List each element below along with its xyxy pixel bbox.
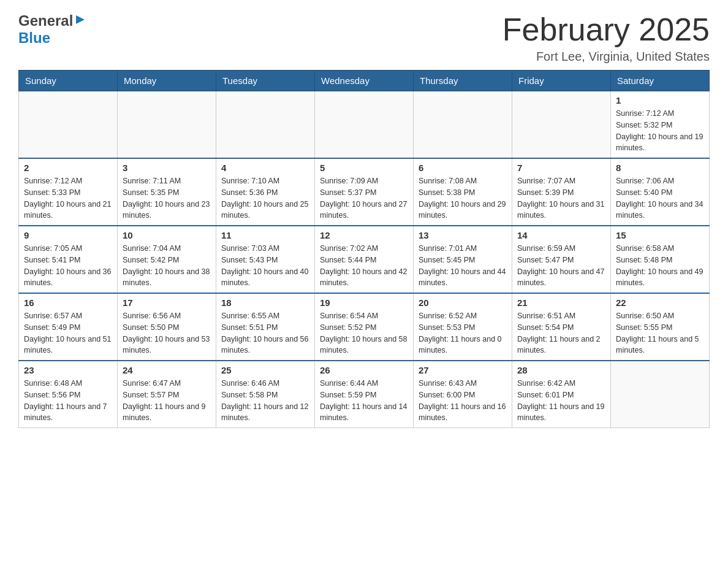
- logo: General Blue: [18, 12, 86, 47]
- day-number: 21: [517, 297, 605, 308]
- day-info: Sunrise: 6:51 AMSunset: 5:54 PMDaylight:…: [517, 310, 605, 356]
- header-monday: Monday: [118, 71, 216, 91]
- day-number: 28: [517, 365, 605, 375]
- calendar-week-row: 2Sunrise: 7:12 AMSunset: 5:33 PMDaylight…: [19, 158, 710, 226]
- day-number: 27: [419, 365, 507, 375]
- table-row: 23Sunrise: 6:48 AMSunset: 5:56 PMDayligh…: [19, 361, 118, 428]
- table-row: 5Sunrise: 7:09 AMSunset: 5:37 PMDaylight…: [315, 158, 414, 226]
- table-row: [414, 91, 512, 159]
- table-row: 6Sunrise: 7:08 AMSunset: 5:38 PMDaylight…: [414, 158, 512, 226]
- table-row: 24Sunrise: 6:47 AMSunset: 5:57 PMDayligh…: [118, 361, 216, 428]
- day-number: 2: [24, 163, 112, 173]
- day-number: 18: [221, 297, 309, 308]
- day-info: Sunrise: 6:52 AMSunset: 5:53 PMDaylight:…: [419, 310, 507, 356]
- day-number: 23: [24, 365, 112, 375]
- table-row: 9Sunrise: 7:05 AMSunset: 5:41 PMDaylight…: [19, 226, 118, 293]
- day-number: 15: [616, 230, 704, 240]
- day-info: Sunrise: 6:48 AMSunset: 5:56 PMDaylight:…: [24, 378, 112, 424]
- table-row: 13Sunrise: 7:01 AMSunset: 5:45 PMDayligh…: [414, 226, 512, 293]
- day-info: Sunrise: 7:04 AMSunset: 5:42 PMDaylight:…: [123, 243, 211, 289]
- header-thursday: Thursday: [414, 71, 512, 91]
- table-row: 15Sunrise: 6:58 AMSunset: 5:48 PMDayligh…: [611, 226, 710, 293]
- day-info: Sunrise: 7:03 AMSunset: 5:43 PMDaylight:…: [221, 243, 309, 289]
- table-row: [19, 91, 118, 159]
- table-row: 12Sunrise: 7:02 AMSunset: 5:44 PMDayligh…: [315, 226, 414, 293]
- day-number: 6: [419, 163, 507, 173]
- table-row: 25Sunrise: 6:46 AMSunset: 5:58 PMDayligh…: [216, 361, 315, 428]
- day-info: Sunrise: 6:58 AMSunset: 5:48 PMDaylight:…: [616, 243, 704, 289]
- table-row: 22Sunrise: 6:50 AMSunset: 5:55 PMDayligh…: [611, 293, 710, 361]
- table-row: 19Sunrise: 6:54 AMSunset: 5:52 PMDayligh…: [315, 293, 414, 361]
- day-info: Sunrise: 6:59 AMSunset: 5:47 PMDaylight:…: [517, 243, 605, 289]
- calendar-week-row: 23Sunrise: 6:48 AMSunset: 5:56 PMDayligh…: [19, 361, 710, 428]
- table-row: 4Sunrise: 7:10 AMSunset: 5:36 PMDaylight…: [216, 158, 315, 226]
- day-info: Sunrise: 7:05 AMSunset: 5:41 PMDaylight:…: [24, 243, 112, 289]
- day-info: Sunrise: 7:12 AMSunset: 5:32 PMDaylight:…: [616, 108, 704, 154]
- header-wednesday: Wednesday: [315, 71, 414, 91]
- day-info: Sunrise: 7:08 AMSunset: 5:38 PMDaylight:…: [419, 175, 507, 221]
- table-row: [512, 91, 611, 159]
- table-row: 16Sunrise: 6:57 AMSunset: 5:49 PMDayligh…: [19, 293, 118, 361]
- table-row: 10Sunrise: 7:04 AMSunset: 5:42 PMDayligh…: [118, 226, 216, 293]
- day-info: Sunrise: 7:01 AMSunset: 5:45 PMDaylight:…: [419, 243, 507, 289]
- calendar-header-row: Sunday Monday Tuesday Wednesday Thursday…: [19, 71, 710, 91]
- day-number: 22: [616, 297, 704, 308]
- day-number: 10: [123, 230, 211, 240]
- header-tuesday: Tuesday: [216, 71, 315, 91]
- day-number: 4: [221, 163, 309, 173]
- table-row: 2Sunrise: 7:12 AMSunset: 5:33 PMDaylight…: [19, 158, 118, 226]
- table-row: 7Sunrise: 7:07 AMSunset: 5:39 PMDaylight…: [512, 158, 611, 226]
- table-row: 28Sunrise: 6:42 AMSunset: 6:01 PMDayligh…: [512, 361, 611, 428]
- day-number: 11: [221, 230, 309, 240]
- header-friday: Friday: [512, 71, 611, 91]
- logo-arrow-icon: [75, 14, 86, 28]
- day-number: 12: [320, 230, 408, 240]
- calendar-table: Sunday Monday Tuesday Wednesday Thursday…: [18, 70, 710, 428]
- header-sunday: Sunday: [19, 71, 118, 91]
- day-number: 14: [517, 230, 605, 240]
- day-number: 16: [24, 297, 112, 308]
- day-info: Sunrise: 7:11 AMSunset: 5:35 PMDaylight:…: [123, 175, 211, 221]
- table-row: [611, 361, 710, 428]
- day-number: 24: [123, 365, 211, 375]
- day-number: 17: [123, 297, 211, 308]
- day-info: Sunrise: 7:06 AMSunset: 5:40 PMDaylight:…: [616, 175, 704, 221]
- day-info: Sunrise: 6:44 AMSunset: 5:59 PMDaylight:…: [320, 378, 408, 424]
- table-row: [315, 91, 414, 159]
- title-block: February 2025 Fort Lee, Virginia, United…: [502, 12, 710, 64]
- day-info: Sunrise: 7:12 AMSunset: 5:33 PMDaylight:…: [24, 175, 112, 221]
- day-number: 3: [123, 163, 211, 173]
- page-header: General Blue February 2025 Fort Lee, Vir…: [18, 12, 710, 64]
- day-number: 7: [517, 163, 605, 173]
- day-number: 8: [616, 163, 704, 173]
- day-info: Sunrise: 7:09 AMSunset: 5:37 PMDaylight:…: [320, 175, 408, 221]
- day-info: Sunrise: 7:10 AMSunset: 5:36 PMDaylight:…: [221, 175, 309, 221]
- table-row: 20Sunrise: 6:52 AMSunset: 5:53 PMDayligh…: [414, 293, 512, 361]
- location-subtitle: Fort Lee, Virginia, United States: [502, 50, 710, 64]
- day-info: Sunrise: 6:56 AMSunset: 5:50 PMDaylight:…: [123, 310, 211, 356]
- table-row: [216, 91, 315, 159]
- table-row: 27Sunrise: 6:43 AMSunset: 6:00 PMDayligh…: [414, 361, 512, 428]
- day-number: 19: [320, 297, 408, 308]
- month-year-title: February 2025: [502, 12, 710, 47]
- calendar-week-row: 1Sunrise: 7:12 AMSunset: 5:32 PMDaylight…: [19, 91, 710, 159]
- table-row: 18Sunrise: 6:55 AMSunset: 5:51 PMDayligh…: [216, 293, 315, 361]
- day-number: 9: [24, 230, 112, 240]
- day-info: Sunrise: 7:02 AMSunset: 5:44 PMDaylight:…: [320, 243, 408, 289]
- day-info: Sunrise: 6:57 AMSunset: 5:49 PMDaylight:…: [24, 310, 112, 356]
- calendar-week-row: 9Sunrise: 7:05 AMSunset: 5:41 PMDaylight…: [19, 226, 710, 293]
- day-info: Sunrise: 6:42 AMSunset: 6:01 PMDaylight:…: [517, 378, 605, 424]
- table-row: 11Sunrise: 7:03 AMSunset: 5:43 PMDayligh…: [216, 226, 315, 293]
- day-number: 13: [419, 230, 507, 240]
- day-info: Sunrise: 7:07 AMSunset: 5:39 PMDaylight:…: [517, 175, 605, 221]
- day-number: 5: [320, 163, 408, 173]
- svg-marker-0: [76, 15, 85, 24]
- logo-general-text: General: [18, 12, 73, 29]
- day-number: 1: [616, 95, 704, 105]
- table-row: 26Sunrise: 6:44 AMSunset: 5:59 PMDayligh…: [315, 361, 414, 428]
- table-row: [118, 91, 216, 159]
- day-info: Sunrise: 6:43 AMSunset: 6:00 PMDaylight:…: [419, 378, 507, 424]
- day-number: 20: [419, 297, 507, 308]
- day-info: Sunrise: 6:50 AMSunset: 5:55 PMDaylight:…: [616, 310, 704, 356]
- header-saturday: Saturday: [611, 71, 710, 91]
